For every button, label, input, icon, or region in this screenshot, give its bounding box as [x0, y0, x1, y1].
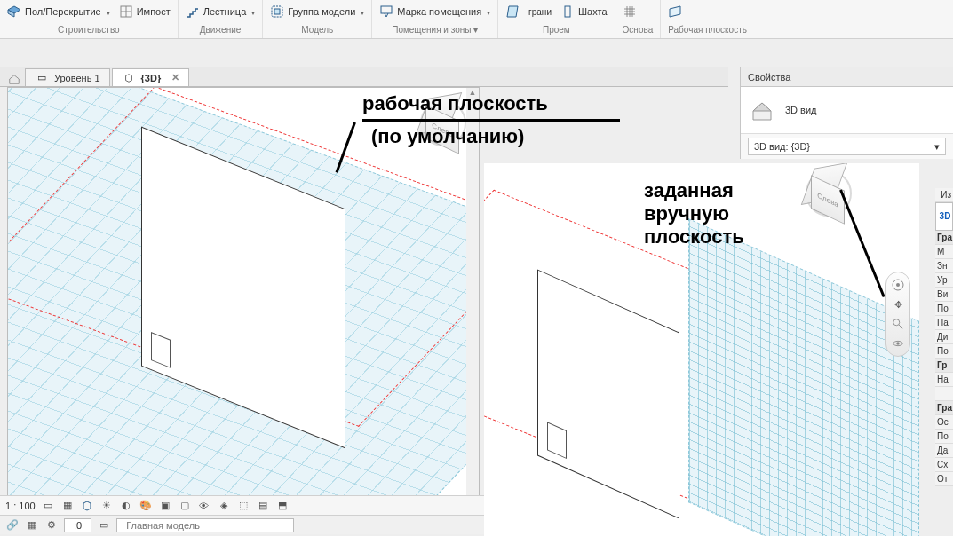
room-tag-icon	[379, 4, 393, 19]
ribbon-group-construction: Пол/Перекрытие Импост Строительство	[0, 0, 179, 38]
ribbon-group-label: Рабочая плоскость	[668, 23, 747, 37]
visual-style-icon[interactable]	[80, 499, 94, 513]
prop-row[interactable]: От	[935, 472, 953, 486]
mullion-button[interactable]: Импост	[119, 4, 171, 19]
shaft-icon	[560, 4, 575, 19]
design-options-icon[interactable]: ▭	[97, 518, 111, 532]
unhide-icon[interactable]: 👁	[197, 499, 211, 513]
svg-rect-7	[381, 6, 392, 13]
orbit-icon[interactable]	[889, 335, 907, 352]
edit-type-label[interactable]: Из	[935, 188, 953, 202]
scroll-up-icon[interactable]: ▲	[466, 88, 479, 100]
prop-row[interactable]: М	[935, 245, 953, 259]
prop-row[interactable]: По	[935, 302, 953, 316]
floor-button[interactable]: Пол/Перекрытие	[7, 4, 110, 19]
scale-value[interactable]: 1 : 100	[5, 501, 36, 511]
viewport-left[interactable]: Слева ▲ ▼	[7, 87, 480, 513]
plane-icon	[668, 4, 682, 19]
face-label: грани	[528, 7, 552, 17]
select-links-icon[interactable]: 🔗	[5, 518, 20, 532]
prop-row[interactable]: По	[935, 430, 953, 444]
svg-point-17	[896, 342, 900, 345]
vertical-scrollbar[interactable]: ▲ ▼	[466, 88, 479, 512]
reveal-icon[interactable]: ⬚	[236, 499, 250, 513]
sun-path-icon[interactable]: ☀	[99, 499, 114, 513]
main-area: ▭ Уровень 1 {3D} ✕ Слева ▲ ▼	[0, 39, 953, 536]
prop-row[interactable]: Гра	[935, 401, 953, 415]
home-icon[interactable]	[7, 72, 21, 86]
workplane-button[interactable]	[668, 4, 682, 19]
properties-panel: Свойства 3D вид 3D вид: {3D} ▾	[740, 67, 953, 159]
ribbon-group-rooms: Марка помещения Помещения и зоны ▾	[372, 0, 498, 38]
pan-icon[interactable]: ✥	[889, 296, 907, 313]
main-model-label[interactable]: Главная модель	[116, 518, 294, 532]
prop-row[interactable]: Зн	[935, 259, 953, 273]
navigation-bar[interactable]: ✥	[885, 272, 910, 357]
tab-level1[interactable]: ▭ Уровень 1	[25, 68, 110, 86]
stair-button[interactable]: Лестница	[186, 4, 256, 19]
stair-label: Лестница	[203, 6, 247, 17]
temporary-hide-icon[interactable]: ◈	[217, 499, 231, 513]
render-icon[interactable]: 🎨	[139, 499, 153, 513]
svg-point-13	[896, 283, 900, 287]
svg-marker-20	[83, 501, 91, 510]
steering-wheel-icon[interactable]	[889, 276, 907, 294]
section-box-icon[interactable]: 3D	[935, 202, 953, 231]
view-cube[interactable]: Слева	[802, 167, 855, 220]
prop-row[interactable]: Да	[935, 444, 953, 458]
ribbon-toolbar: Пол/Перекрытие Импост Строительство Лест…	[0, 0, 953, 39]
select-underlay-icon[interactable]: ▦	[25, 518, 39, 532]
prop-row[interactable]: Па	[935, 316, 953, 330]
prop-row[interactable]: Ди	[935, 330, 953, 344]
set-button[interactable]	[623, 4, 637, 19]
chevron-down-icon	[485, 6, 490, 17]
shaft-button[interactable]: Шахта	[560, 4, 608, 19]
chevron-down-icon: ▾	[934, 141, 940, 153]
prop-row[interactable]: Ур	[935, 273, 953, 288]
tab-3d[interactable]: {3D} ✕	[112, 68, 190, 86]
worksets-icon[interactable]: ⚙	[44, 518, 59, 532]
tab-label: {3D}	[141, 73, 162, 83]
analytical-icon[interactable]: ▤	[256, 499, 270, 513]
prop-row[interactable]: Ос	[935, 415, 953, 430]
stair-icon	[186, 4, 200, 19]
room-tag-button[interactable]: Марка помещения	[379, 4, 490, 19]
selector-value: 3D вид: {3D}	[754, 141, 810, 152]
prop-row[interactable]: Гра	[935, 231, 953, 245]
editable-only-label[interactable]: :0	[64, 518, 91, 532]
scale-list-icon[interactable]: ▭	[41, 499, 55, 513]
view-control-bar: 1 : 100 ▭ ▦ ☀ ◐ 🎨 ▣ ▢ 👁 ◈ ⬚ ▤ ⬒	[0, 495, 484, 515]
prop-row[interactable]: Гр	[935, 359, 953, 373]
properties-type[interactable]: 3D вид	[741, 87, 953, 134]
properties-view-selector[interactable]: 3D вид: {3D} ▾	[748, 138, 946, 155]
ribbon-group-label: Помещения и зоны ▾	[379, 23, 490, 37]
zoom-icon[interactable]	[889, 315, 907, 333]
model-group-button[interactable]: Группа модели	[270, 4, 364, 19]
cube-icon	[122, 71, 136, 85]
svg-marker-10	[670, 6, 680, 17]
ribbon-group-label: Движение	[186, 23, 256, 37]
highlight-icon[interactable]: ⬒	[275, 499, 290, 513]
crop-show-icon[interactable]: ▢	[178, 499, 192, 513]
crop-icon[interactable]: ▣	[158, 499, 172, 513]
prop-row[interactable]: Ви	[935, 288, 953, 302]
shadows-icon[interactable]: ◐	[119, 499, 133, 513]
ribbon-group-movement: Лестница Движение	[179, 0, 264, 38]
viewport-right[interactable]: Слева	[484, 163, 919, 536]
face-icon	[505, 4, 520, 19]
room-tag-label: Марка помещения	[397, 6, 481, 17]
ribbon-group-label: Проем	[505, 23, 608, 37]
prop-row[interactable]: Сх	[935, 458, 953, 472]
tab-label: Уровень 1	[54, 73, 100, 83]
prop-row[interactable]: По	[935, 344, 953, 359]
floor-icon	[7, 4, 21, 19]
view-cube[interactable]: Слева	[417, 97, 470, 150]
close-icon[interactable]: ✕	[171, 72, 179, 83]
mullion-label: Импост	[137, 6, 171, 17]
detail-level-icon[interactable]: ▦	[60, 499, 75, 513]
prop-row[interactable]: На	[935, 373, 953, 387]
prop-row[interactable]	[935, 387, 953, 401]
face-button[interactable]	[505, 4, 520, 19]
properties-title: Свойства	[741, 67, 953, 87]
ribbon-group-label: Строительство	[7, 23, 171, 37]
